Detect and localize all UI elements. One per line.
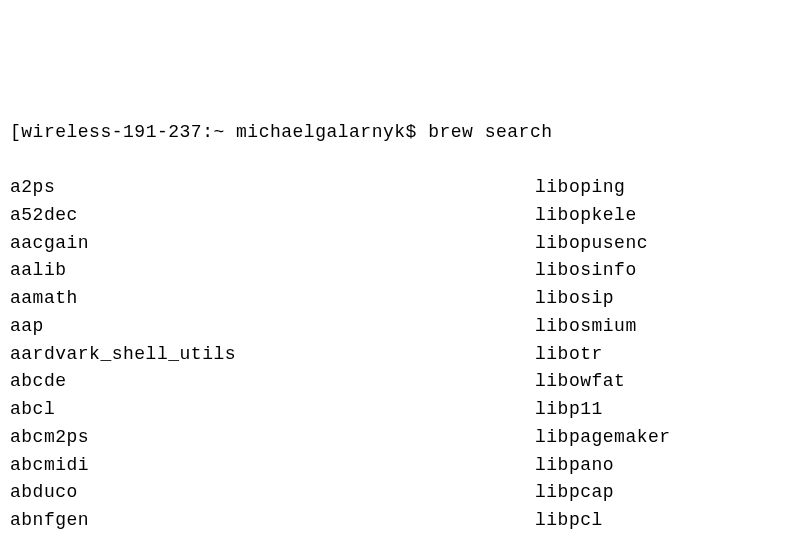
- list-item: libosinfo: [535, 257, 780, 285]
- list-item: libosip: [535, 285, 780, 313]
- list-item: abcmidi: [10, 452, 535, 480]
- list-item: a52dec: [10, 202, 535, 230]
- command-text[interactable]: brew search: [428, 122, 552, 142]
- list-item: abduco: [10, 479, 535, 507]
- list-item: libopkele: [535, 202, 780, 230]
- list-item: libpcl: [535, 507, 780, 534]
- list-item: aap: [10, 313, 535, 341]
- list-item: liboping: [535, 174, 780, 202]
- list-item: abcm2ps: [10, 424, 535, 452]
- prompt-line: [wireless-191-237:~ michaelgalarnyk$ bre…: [10, 119, 780, 147]
- list-item: libpano: [535, 452, 780, 480]
- list-item: aamath: [10, 285, 535, 313]
- list-item: libowfat: [535, 368, 780, 396]
- list-item: libotr: [535, 341, 780, 369]
- list-item: aardvark_shell_utils: [10, 341, 535, 369]
- list-item: aacgain: [10, 230, 535, 258]
- list-item: a2ps: [10, 174, 535, 202]
- list-item: aalib: [10, 257, 535, 285]
- package-column-left: a2ps a52dec aacgain aalib aamath aap aar…: [10, 174, 535, 534]
- list-item: abcl: [10, 396, 535, 424]
- list-item: libpcap: [535, 479, 780, 507]
- list-item: abcde: [10, 368, 535, 396]
- list-item: abnfgen: [10, 507, 535, 534]
- prompt-dollar: $: [406, 122, 429, 142]
- list-item: libpagemaker: [535, 424, 780, 452]
- package-column-right: liboping libopkele libopusenc libosinfo …: [535, 174, 780, 534]
- output-columns: a2ps a52dec aacgain aalib aamath aap aar…: [10, 174, 780, 534]
- prompt-host-path: wireless-191-237:~ michaelgalarnyk: [21, 122, 405, 142]
- list-item: libosmium: [535, 313, 780, 341]
- list-item: libp11: [535, 396, 780, 424]
- prompt-bracket: [: [10, 122, 21, 142]
- list-item: libopusenc: [535, 230, 780, 258]
